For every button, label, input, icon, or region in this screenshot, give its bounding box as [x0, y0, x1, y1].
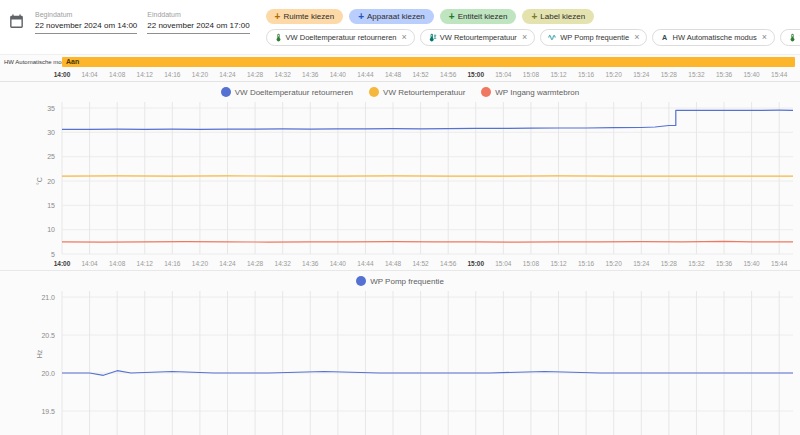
entity-chip-vw-retourtemperatuur[interactable]: VW Retourtemperatuur×	[420, 29, 535, 46]
legend-label: WP Ingang warmtebron	[495, 88, 579, 97]
svg-text:20.5: 20.5	[41, 332, 55, 339]
remove-chip-icon[interactable]: ×	[762, 34, 767, 41]
plus-icon: +	[449, 13, 455, 21]
filter-chip-apparaat-kiezen[interactable]: +Apparaat kiezen	[349, 9, 434, 24]
filter-area: +Ruimte kiezen+Apparaat kiezen+Entiteit …	[266, 9, 800, 46]
timeline-entity-name[interactable]: HW Automatische modus	[4, 59, 62, 65]
filter-chip-ruimte-kiezen[interactable]: +Ruimte kiezen	[266, 9, 344, 24]
filter-chip-entiteit-kiezen[interactable]: +Entiteit kiezen	[440, 9, 517, 24]
svg-text:15:20: 15:20	[606, 260, 623, 267]
time-tick-label: 14:00	[54, 71, 71, 78]
time-tick-label: 14:44	[357, 71, 373, 78]
remove-chip-icon[interactable]: ×	[522, 34, 527, 41]
svg-text:14:08: 14:08	[109, 260, 126, 267]
start-date-field[interactable]: Begindatum 22 november 2024 om 14:00	[35, 11, 137, 34]
svg-text:14:28: 14:28	[247, 260, 264, 267]
timeline-state-bar[interactable]: Aan	[62, 57, 795, 67]
filter-chip-label: Label kiezen	[540, 12, 585, 21]
time-tick-label: 15:04	[495, 71, 511, 78]
entity-chip-hw-automatische-modus[interactable]: AHW Automatische modus×	[652, 29, 774, 46]
svg-text:14:56: 14:56	[440, 260, 457, 267]
frequency-chart-section: WP Pomp frequentie 21.020.520.019.5Hz	[0, 270, 800, 435]
calendar-icon[interactable]	[8, 13, 25, 30]
plus-icon: +	[358, 13, 364, 21]
thermometer-lines-icon	[428, 33, 437, 42]
svg-text:Hz: Hz	[36, 349, 43, 358]
entity-chip-label: VW Retourtemperatuur	[440, 33, 517, 42]
frequency-chart-legend: WP Pomp frequentie	[0, 271, 800, 291]
legend-dot	[221, 87, 231, 97]
svg-text:15:28: 15:28	[661, 260, 678, 267]
end-date-value: 22 november 2024 om 17:00	[147, 21, 249, 34]
svg-text:A: A	[662, 34, 667, 42]
svg-text:14:40: 14:40	[330, 260, 347, 267]
thermometer-icon	[274, 33, 283, 42]
start-date-label: Begindatum	[35, 11, 137, 18]
series-line-vw-doeltemperatuur-retourneren	[62, 110, 793, 129]
legend-label: VW Doeltemperatuur retourneren	[235, 88, 353, 97]
svg-text:14:36: 14:36	[302, 260, 319, 267]
temperature-chart-section: VW Doeltemperatuur retournerenVW Retourt…	[0, 82, 800, 270]
series-line-wp-ingang-warmtebron	[62, 241, 793, 242]
time-tick-label: 14:12	[137, 71, 153, 78]
svg-text:14:04: 14:04	[81, 260, 98, 267]
entity-chip-wp-ingang-warmtebron[interactable]: WP Ingang warmtebron×	[780, 29, 800, 46]
svg-text:15:08: 15:08	[523, 260, 540, 267]
entity-chip-wp-pomp-frequentie[interactable]: WP Pomp frequentie×	[540, 29, 647, 46]
legend-item-wp-pomp-frequentie[interactable]: WP Pomp frequentie	[356, 276, 444, 286]
plus-icon: +	[275, 13, 281, 21]
legend-item-wp-ingang-warmtebron[interactable]: WP Ingang warmtebron	[481, 87, 579, 97]
svg-text:14:16: 14:16	[164, 260, 181, 267]
filter-chip-label: Apparaat kiezen	[367, 12, 425, 21]
time-tick-label: 14:36	[302, 71, 318, 78]
temperature-chart-canvas[interactable]: 353025201510514:0014:0414:0814:1214:1614…	[0, 102, 800, 270]
end-date-label: Einddatum	[147, 11, 249, 18]
entity-chip-label: HW Automatische modus	[672, 33, 756, 42]
svg-text:25: 25	[47, 153, 55, 160]
time-tick-label: 15:40	[743, 71, 759, 78]
time-tick-label: 15:16	[578, 71, 594, 78]
time-tick-label: 14:48	[385, 71, 401, 78]
remove-chip-icon[interactable]: ×	[401, 34, 406, 41]
end-date-field[interactable]: Einddatum 22 november 2024 om 17:00	[147, 11, 249, 34]
svg-text:15:12: 15:12	[550, 260, 567, 267]
time-tick-label: 14:04	[81, 71, 97, 78]
legend-item-vw-retourtemperatuur[interactable]: VW Retourtemperatuur	[369, 87, 465, 97]
svg-text:10: 10	[47, 226, 55, 233]
timeline-state-label: Aan	[62, 58, 79, 65]
temperature-chart-legend: VW Doeltemperatuur retournerenVW Retourt…	[0, 82, 800, 102]
svg-text:14:32: 14:32	[275, 260, 292, 267]
time-tick-label: 14:20	[192, 71, 208, 78]
time-tick-label: 14:08	[109, 71, 125, 78]
svg-text:14:44: 14:44	[357, 260, 374, 267]
time-axis: 14:0014:0414:0814:1214:1614:2014:2414:28…	[0, 68, 800, 82]
svg-text:14:48: 14:48	[385, 260, 402, 267]
svg-text:15:24: 15:24	[633, 260, 650, 267]
svg-text:30: 30	[47, 129, 55, 136]
remove-chip-icon[interactable]: ×	[634, 34, 639, 41]
time-tick-label: 15:44	[771, 71, 787, 78]
filter-chip-label: Entiteit kiezen	[458, 12, 508, 21]
time-tick-label: 15:08	[523, 71, 539, 78]
time-tick-label: 14:32	[275, 71, 291, 78]
entity-chip-label: VW Doeltemperatuur retourneren	[286, 33, 397, 42]
thermometer-icon	[788, 33, 797, 42]
time-tick-label: 14:28	[247, 71, 263, 78]
svg-text:20: 20	[47, 178, 55, 185]
legend-label: WP Pomp frequentie	[370, 277, 444, 286]
legend-label: VW Retourtemperatuur	[383, 88, 465, 97]
start-date-value: 22 november 2024 om 14:00	[35, 21, 137, 34]
entity-chip-vw-doeltemperatuur-retourneren[interactable]: VW Doeltemperatuur retourneren×	[266, 29, 415, 46]
svg-text:15:36: 15:36	[716, 260, 733, 267]
time-tick-label: 14:24	[219, 71, 235, 78]
time-tick-label: 15:32	[688, 71, 704, 78]
history-page: Begindatum 22 november 2024 om 14:00 Ein…	[0, 0, 800, 435]
svg-text:19.5: 19.5	[41, 408, 55, 415]
legend-item-vw-doeltemperatuur-retourneren[interactable]: VW Doeltemperatuur retourneren	[221, 87, 353, 97]
svg-text:15: 15	[47, 202, 55, 209]
svg-text:14:20: 14:20	[192, 260, 209, 267]
time-tick-label: 14:16	[164, 71, 180, 78]
auto-mode-icon: A	[660, 33, 669, 42]
frequency-chart-canvas[interactable]: 21.020.520.019.5Hz	[0, 291, 800, 435]
filter-chip-label-kiezen[interactable]: +Label kiezen	[522, 9, 594, 24]
